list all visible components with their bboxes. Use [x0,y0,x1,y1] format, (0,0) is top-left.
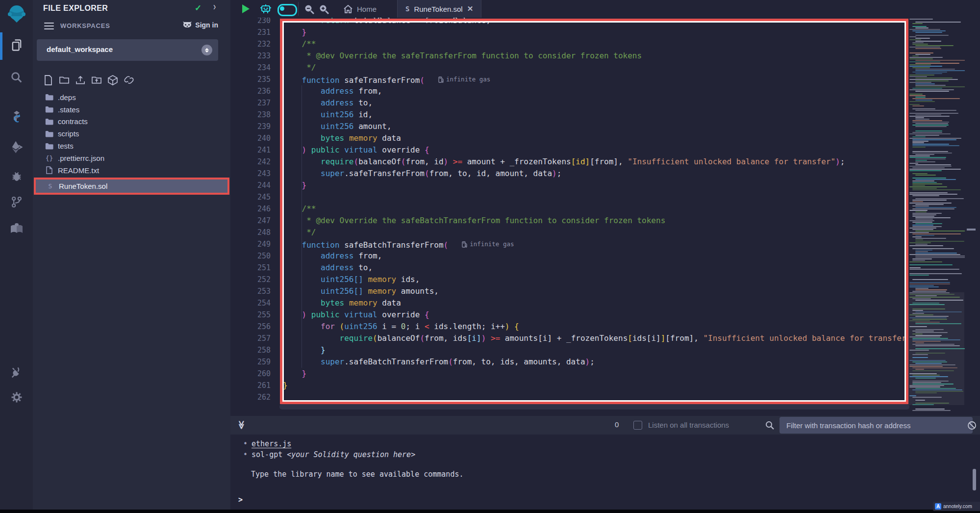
line-number: 235 [230,74,271,85]
workspaces-menu-icon[interactable] [44,23,54,29]
file-item-runetoken-sol[interactable]: SRuneToken.sol [36,180,227,193]
minimap-line [912,195,939,196]
terminal-search-icon[interactable] [765,420,775,430]
line-number: 232 [230,38,271,50]
solidity-compiler-icon[interactable] [0,107,33,128]
vertical-scrollbar[interactable] [965,18,980,416]
file-tree: .deps.statescontractsscriptstests{}.pret… [33,91,230,195]
minimap-line [909,192,948,193]
upload-folder-icon[interactable] [92,75,101,85]
line-number: 247 [230,215,271,227]
terminal-line: Type the library name to see available c… [251,470,463,479]
minimap-line [915,69,955,70]
line-number: 262 [230,391,271,403]
folder-icon [45,130,53,137]
workspace-select[interactable]: default_workspace [37,39,218,61]
watermark-logo: A [935,503,941,510]
github-icon [182,21,192,29]
line-number: 237 [230,97,271,109]
code-editor[interactable]: 2302312322332342352362372382392402412422… [230,18,980,416]
ai-toggle[interactable] [277,4,297,16]
minimap-line [915,231,966,231]
code-line-234: */ [283,62,316,74]
git-icon[interactable] [0,191,33,213]
minimap-line [909,95,926,96]
line-number: 233 [230,50,271,62]
minimap-line [909,19,933,20]
file-icon [45,166,53,174]
upload-file-icon[interactable] [75,75,85,85]
active-tab-label: RuneToken.sol [414,5,462,13]
remix-logo[interactable] [0,3,33,25]
tab-runetoken[interactable]: S RuneToken.sol ✕ [397,0,481,18]
listen-label: Listen on all transactions [648,421,729,429]
line-number: 238 [230,109,271,121]
minimap-line [915,239,923,240]
transaction-filter-input[interactable] [779,417,973,434]
minimap-line [909,169,961,170]
link-icon[interactable] [124,75,134,85]
close-tab-icon[interactable]: ✕ [467,4,474,13]
line-number: 255 [230,309,271,321]
minimap-line [915,219,933,220]
collapse-terminal-icon[interactable]: ≫ [236,421,247,430]
zoom-in-icon[interactable] [319,4,329,15]
minimap-line [915,73,942,74]
minimap-line [912,30,946,31]
file-label: contracts [58,117,88,126]
code-line-237: address to, [283,97,373,109]
file-item--prettierrc-json[interactable]: {}.prettierrc.json [33,152,230,164]
ai-robot-icon[interactable] [260,3,272,15]
file-item--states[interactable]: .states [33,103,230,116]
debugger-icon[interactable] [0,166,33,187]
clear-terminal-icon[interactable] [967,421,977,430]
minimap-line [912,258,932,259]
file-item-scripts[interactable]: scripts [33,128,230,140]
file-item-readme-txt[interactable]: README.txt [33,164,230,177]
new-folder-icon[interactable] [59,75,69,85]
minimap-line [909,116,950,117]
minimap-line [915,257,966,258]
code-line-261: } [283,380,288,391]
minimap-line [909,232,929,233]
minimap-line [909,194,957,195]
zoom-out-icon[interactable] [304,4,315,15]
minimap-line [912,213,942,214]
minimap-line [915,161,935,162]
search-icon[interactable] [0,67,33,88]
code-line-259: super.safeBatchTransferFrom(from, to, id… [283,356,595,368]
code-line-247: * @dev Override the safeBatchTransferFro… [283,215,665,227]
code-line-256: for (uint256 i = 0; i < ids.length; i++)… [283,321,519,333]
github-sign-in[interactable]: Sign in [182,21,218,29]
minimap-line [912,72,947,73]
terminal-panel: > •web3.js•ethers.js•sol-gpt <your Solid… [230,416,980,513]
terminal-scrollbar[interactable] [973,469,976,490]
cube-icon[interactable] [108,75,118,85]
plugin-connect-icon[interactable] [0,362,33,384]
settings-icon[interactable] [0,386,33,408]
code-line-249: function safeBatchTransferFrom(infinite … [283,238,514,250]
horizontal-scrollbar[interactable] [279,404,909,410]
minimap-line [915,83,935,84]
chevron-right-icon[interactable]: › [213,0,216,13]
listen-checkbox[interactable] [633,421,642,430]
file-item--deps[interactable]: .deps [33,91,230,103]
new-file-icon[interactable] [43,75,53,85]
tab-home[interactable]: Home [336,0,383,18]
learneth-icon[interactable] [0,218,33,239]
minimap-line [912,88,942,89]
file-item-contracts[interactable]: contracts [33,116,230,128]
play-button[interactable] [242,4,250,13]
terminal-link[interactable]: ethers.js [251,439,291,448]
file-explorer-icon[interactable] [0,34,33,56]
line-number: 250 [230,250,271,262]
minimap-line [915,250,932,251]
file-item-tests[interactable]: tests [33,140,230,152]
code-line-230: return totalBalance - frozenBalance; [283,18,491,26]
minimap-line [912,167,945,168]
line-number-gutter: 2302312322332342352362372382392402412422… [230,18,271,416]
deploy-run-icon[interactable] [0,136,33,158]
workspace-switch-icon[interactable] [201,45,212,55]
minimap-line [912,205,929,206]
minimap-line [909,133,951,134]
